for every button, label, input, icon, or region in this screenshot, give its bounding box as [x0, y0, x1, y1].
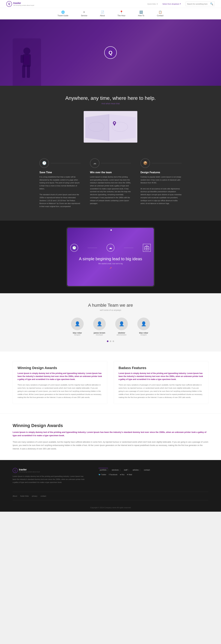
feature-design-title: Design Features	[140, 171, 182, 174]
clock-icon: 🕐	[40, 158, 49, 168]
search-icon: 🔍	[210, 2, 213, 5]
footer-bottom-about[interactable]: About	[13, 495, 17, 497]
nav-how-to[interactable]: 🔢 How To	[132, 9, 150, 18]
svg-point-13	[114, 122, 115, 124]
feature-win-team-text: Lorem Ipsum is simply dummy text of the …	[90, 176, 131, 205]
footer-bottom-links: About footer links privacy contact	[13, 495, 208, 497]
hero-section: Q	[0, 20, 221, 86]
footer-bottom-privacy[interactable]: privacy	[32, 495, 38, 497]
logo-tagline: Get amazing content about travel	[13, 4, 34, 6]
nav-travel-guide-label: Travel Guide	[58, 14, 68, 17]
about-icon: 📄	[101, 10, 104, 14]
footer: Q travler Get amazing content about trav…	[0, 460, 221, 512]
feature-win-team-title: Win over the team	[90, 171, 131, 174]
awards-section: Winning Design Awards Lorem Ipsum is sim…	[0, 352, 221, 414]
feature-save-time-text: It is a long established fact that a rea…	[40, 176, 80, 208]
award-highlight-2: Lorem Ipsum is simply dummy text of the …	[118, 372, 204, 381]
feature-win-team: ☁ Win over the team Lorem Ipsum is simpl…	[85, 155, 136, 211]
search-input[interactable]	[187, 3, 209, 5]
header: Q travler Get amazing content about trav…	[0, 0, 221, 8]
nav-how-to-label: How To	[138, 14, 144, 17]
tablet-frame: 🕐 ☁ A simple begining lead to big ideas …	[66, 227, 155, 287]
header-center: Quick links: 9 Select from dropdown ▾ 🔍	[148, 2, 215, 6]
footer-social-row: 🐦 Twitter f Facebook ● Rss ✉ Mail	[98, 474, 208, 476]
the-hour-icon: 📍	[120, 10, 123, 14]
tablet-line-2	[124, 248, 134, 248]
tablet-line-1	[88, 248, 97, 248]
quick-links-label: Quick links: 9	[148, 3, 158, 5]
footer-logo-tagline: Get amazing content about travel	[19, 471, 40, 473]
footer-twitter[interactable]: 🐦 Twitter	[98, 474, 106, 476]
tablet-section: 🕐 ☁ A simple begining lead to big ideas …	[0, 220, 221, 293]
nav-service[interactable]: ✈ Service	[75, 9, 94, 18]
footer-nav-services[interactable]: services	[110, 469, 120, 471]
footer-nav-portfolio[interactable]: portfolio	[98, 469, 108, 471]
tablet-title: A simple begining lead to big ideas	[79, 256, 142, 261]
box-icon: 📦	[140, 158, 150, 168]
nav-service-label: Service	[81, 14, 87, 17]
avatar-2: 👤	[93, 318, 106, 330]
award-text-1: There are many variations of passages of…	[18, 384, 102, 399]
footer-nav-articles[interactable]: articles	[131, 469, 140, 471]
logo-name: travler	[13, 2, 34, 4]
team-member-1: 👤 blaz robar Designer	[71, 318, 84, 336]
team-role-2: Developer	[93, 334, 106, 336]
svg-marker-6	[85, 114, 109, 141]
tablet-icons-row: 🕐 ☁	[70, 244, 151, 252]
awards-grid: Winning Design Awards Lorem Ipsum is sim…	[13, 361, 208, 404]
nav-the-hour[interactable]: 📍 The Hour	[111, 9, 132, 18]
footer-logo-icon: Q	[13, 468, 18, 473]
footer-bottom-contact[interactable]: contact	[40, 495, 46, 497]
winning-lower-section: Winning Design Awards Lorem Ipsum is sim…	[0, 414, 221, 460]
nav-about[interactable]: 📄 About	[94, 9, 111, 18]
pagination-dots	[13, 340, 208, 342]
feature-design-text: Contrary to popular belief, Lorem Ipsum …	[140, 176, 182, 205]
svg-rect-3	[22, 65, 25, 78]
dropdown-select[interactable]: Select from dropdown ▾	[162, 3, 181, 5]
feature-design: 📦 Design Features Contrary to popular be…	[136, 155, 186, 211]
footer-nav-contact[interactable]: contact	[142, 469, 151, 471]
tablet-subtitle: We started small, now we're big	[98, 262, 123, 264]
features-row: 🕐 Save Time It is a long established fac…	[6, 155, 215, 211]
award-title-1: Winning Design Awards	[18, 366, 102, 370]
tablet-box-icon	[143, 244, 151, 252]
footer-mail[interactable]: ✉ Mail	[127, 474, 132, 476]
team-member-3: 👤 skeletor administration	[115, 318, 128, 336]
footer-nav-row: portfolio services staff articles contac…	[98, 469, 208, 471]
hero-logo: Q	[104, 46, 117, 59]
dropdown-label: Select from dropdown	[162, 3, 179, 5]
dot-1[interactable]	[107, 340, 108, 342]
team-section: A humble Team we are we'll some of us an…	[0, 293, 221, 352]
tablet-screen: 🕐 ☁ A simple begining lead to big ideas …	[67, 228, 154, 286]
avatar-1: 👤	[71, 318, 84, 330]
dot-2[interactable]	[110, 340, 111, 342]
footer-facebook[interactable]: f Facebook	[109, 474, 117, 476]
team-name-4: blaz robar	[137, 332, 150, 334]
tablet-dot	[110, 230, 112, 231]
svg-marker-7	[109, 114, 136, 141]
contact-icon: 📋	[158, 10, 162, 14]
footer-divider	[13, 492, 208, 492]
nav-travel-guide[interactable]: 🌐 Travel Guide	[51, 9, 75, 18]
team-role-3: administration	[115, 334, 128, 336]
nav-contact[interactable]: 📋 Contact	[150, 9, 170, 18]
award-title-2: Badass Features	[118, 366, 204, 370]
main-nav: 🌐 Travel Guide ✈ Service 📄 About 📍 The H…	[0, 8, 221, 20]
help-subtitle: And what mean that	[6, 102, 215, 105]
svg-rect-5	[24, 56, 29, 64]
winning-lower-text: There are many variations of Lorem ipsum…	[13, 440, 208, 451]
logo-area: Q travler Get amazing content about trav…	[6, 1, 34, 7]
footer-nav-staff[interactable]: staff	[123, 469, 129, 471]
help-section: Anywhere, any time, where here to help. …	[0, 86, 221, 220]
search-box: 🔍	[186, 2, 215, 6]
team-row: 👤 blaz robar Designer 👤 james brown Deve…	[13, 318, 208, 336]
travel-guide-icon: 🌐	[61, 10, 65, 14]
footer-brand: Q travler Get amazing content about trav…	[13, 468, 86, 487]
footer-copyright: Copyright © 2014 Company name All rights…	[13, 504, 208, 508]
dot-3[interactable]	[112, 340, 114, 342]
winning-lower-title: Winning Design Awards	[13, 423, 208, 428]
footer-rss[interactable]: ● Rss	[120, 474, 124, 476]
footer-bottom-footer-links[interactable]: footer links	[20, 495, 29, 497]
svg-rect-2	[20, 55, 24, 63]
team-name-3: skeletor	[115, 332, 128, 334]
